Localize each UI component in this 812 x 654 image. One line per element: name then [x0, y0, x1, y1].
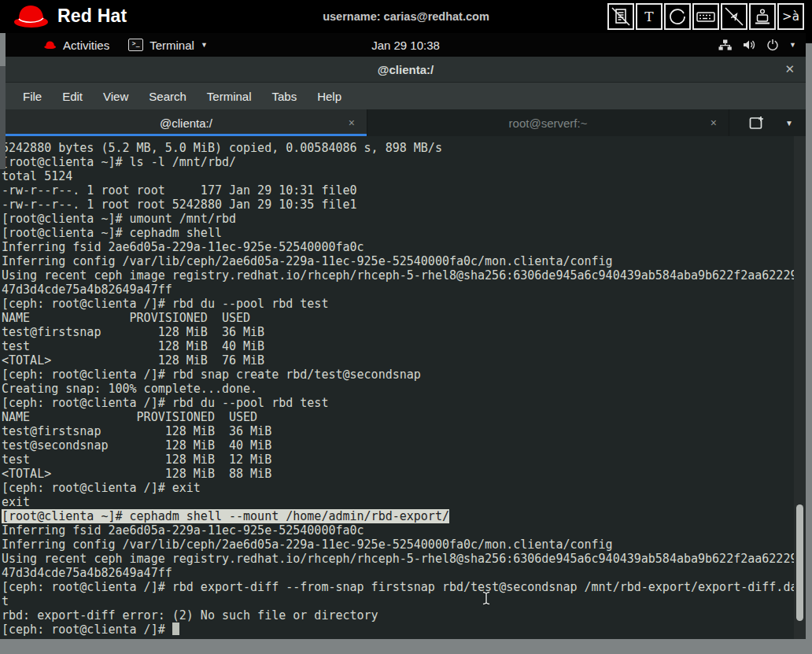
redhat-hat-icon: [43, 40, 57, 50]
terminal-output[interactable]: 5242880 bytes (5.2 MB, 5.0 MiB) copied, …: [0, 136, 806, 639]
terminal-line: [root@clienta ~]# cephadm shell: [2, 226, 806, 240]
terminal-line: [root@clienta ~]# ls -l /mnt/rbd/: [2, 155, 806, 169]
menu-file[interactable]: File: [13, 86, 52, 107]
gnome-top-bar: Activities >_ Terminal ▼ Jan 29 10:38: [6, 33, 806, 57]
window-title: @clienta:/: [378, 63, 434, 76]
redhat-logo-icon: [11, 2, 50, 29]
terminal-line: Using recent ceph image registry.redhat.…: [2, 552, 806, 566]
system-status-area[interactable]: ▼: [718, 33, 796, 57]
pointer-disabled-icon[interactable]: [721, 3, 747, 30]
terminal-line: NAME PROVISIONED USED: [2, 311, 806, 325]
system-menu-caret-icon: ▼: [789, 41, 796, 49]
tab-serverf[interactable]: root@serverf:~ ×: [367, 109, 729, 136]
power-icon: [766, 39, 779, 51]
menu-terminal[interactable]: Terminal: [197, 86, 262, 107]
terminal-line: <TOTAL> 128 MiB 76 MiB: [2, 353, 806, 368]
username-label: username: carias@redhat.com: [323, 10, 489, 23]
screen: Red Hat username: carias@redhat.com T: [0, 0, 812, 654]
terminal-line: -rw-r--r--. 1 root root 5242880 Jan 29 1…: [2, 198, 806, 212]
terminal-line: rbd: export-diff error: (2) No such file…: [2, 608, 806, 623]
console-controls: T: [607, 3, 804, 30]
terminal-cursor: [172, 623, 179, 635]
terminal-app-icon: >_: [128, 39, 143, 51]
desktop-edge-sliver: [0, 66, 6, 169]
window-close-button[interactable]: ✕: [781, 61, 798, 78]
terminal-line: 47d3d4cde75a4b82649a47ff: [2, 283, 806, 297]
terminal-line: exit: [2, 495, 806, 509]
volume-icon: [742, 39, 756, 51]
tab-tools: ▼: [729, 109, 806, 136]
menu-help[interactable]: Help: [307, 86, 352, 107]
new-tab-icon: [749, 116, 765, 130]
compose-key-icon[interactable]: >à: [777, 3, 804, 30]
keyboard-icon[interactable]: [692, 3, 719, 30]
brand-name: Red Hat: [57, 6, 127, 27]
terminal-line: test 128 MiB 40 MiB: [2, 339, 806, 353]
workstation-icon[interactable]: [749, 3, 776, 30]
tab-close-icon[interactable]: ×: [346, 116, 357, 129]
terminal-line: test@secondsnap 128 MiB 40 MiB: [2, 438, 806, 453]
viewer-header: Red Hat username: carias@redhat.com T: [0, 0, 812, 33]
terminal-line: Inferring fsid 2ae6d05a-229a-11ec-925e-5…: [2, 523, 806, 538]
terminal-line: [ceph: root@clienta /]# rbd snap create …: [2, 368, 806, 382]
compose-key-glyph: >à: [782, 9, 799, 24]
terminal-line: -rw-r--r--. 1 root root 177 Jan 29 10:31…: [2, 183, 806, 198]
activities-label: Activities: [63, 39, 109, 52]
right-edge-notch: [806, 33, 812, 43]
terminal-line: test 128 MiB 12 MiB: [2, 453, 806, 467]
text-input-icon[interactable]: T: [636, 3, 663, 30]
vm-desktop: Activities >_ Terminal ▼ Jan 29 10:38: [0, 33, 806, 639]
terminal-line: [ceph: root@clienta /]# rbd du --pool rb…: [2, 297, 806, 311]
terminal-line: 47d3d4cde75a4b82649a47ff: [2, 566, 806, 580]
selected-text: [root@clienta ~]# cephadm shell --mount …: [2, 509, 449, 523]
terminal-line: test@firstsnap 128 MiB 36 MiB: [2, 424, 806, 438]
terminal-line: [root@clienta ~]# umount /mnt/rbd: [2, 212, 806, 226]
terminal-line: [ceph: root@clienta /]# rbd export-diff …: [2, 580, 806, 594]
terminal-line: Using recent ceph image registry.redhat.…: [2, 268, 806, 283]
terminal-line: total 5124: [2, 169, 806, 183]
app-menu-button[interactable]: >_ Terminal ▼: [128, 39, 208, 52]
redhat-logo: Red Hat: [11, 2, 127, 29]
text-input-glyph: T: [644, 9, 653, 24]
refresh-icon[interactable]: [664, 3, 691, 30]
tab-clienta[interactable]: @clienta:/ ×: [6, 109, 367, 136]
menu-search[interactable]: Search: [138, 86, 197, 107]
terminal-window: @clienta:/ ✕ File Edit View Search Termi…: [0, 57, 806, 639]
terminal-line: t: [2, 594, 806, 608]
terminal-line-selected: [root@clienta ~]# cephadm shell --mount …: [2, 509, 806, 523]
terminal-line: Creating snap: 100% complete...done.: [2, 382, 806, 396]
terminal-line: Inferring config /var/lib/ceph/2ae6d05a-…: [2, 538, 806, 552]
terminal-line: test@firstsnap 128 MiB 36 MiB: [2, 325, 806, 339]
chevron-down-icon: ▼: [201, 41, 208, 49]
menu-tabs[interactable]: Tabs: [262, 86, 308, 107]
app-menu-label: Terminal: [149, 39, 194, 52]
clipboard-disabled-icon[interactable]: [607, 3, 634, 30]
window-titlebar[interactable]: @clienta:/ ✕: [6, 57, 806, 83]
tab-close-icon[interactable]: ×: [708, 116, 719, 129]
terminal-line: Inferring fsid 2ae6d05a-229a-11ec-925e-5…: [2, 240, 806, 254]
tab-title: root@serverf:~: [509, 116, 588, 130]
tab-bar: @clienta:/ × root@serverf:~ × ▼: [6, 109, 806, 136]
tab-list-caret-icon[interactable]: ▼: [785, 119, 793, 127]
terminal-line: [ceph: root@clienta /]# exit: [2, 481, 806, 495]
terminal-line: Inferring config /var/lib/ceph/2ae6d05a-…: [2, 254, 806, 268]
terminal-line: [ceph: root@clienta /]# rbd du --pool rb…: [2, 396, 806, 410]
activities-button[interactable]: Activities: [6, 39, 109, 52]
menu-view[interactable]: View: [93, 86, 138, 107]
terminal-line: NAME PROVISIONED USED: [2, 410, 806, 424]
clock[interactable]: Jan 29 10:38: [371, 39, 440, 52]
terminal-line: 5242880 bytes (5.2 MB, 5.0 MiB) copied, …: [2, 141, 806, 155]
menu-edit[interactable]: Edit: [52, 86, 93, 107]
tab-title: @clienta:/: [160, 116, 212, 130]
menu-bar: File Edit View Search Terminal Tabs Help: [6, 83, 806, 109]
terminal-line: <TOTAL> 128 MiB 88 MiB: [2, 467, 806, 481]
new-tab-button[interactable]: [749, 116, 765, 130]
prompt-text: [ceph: root@clienta /]#: [2, 623, 172, 637]
network-icon: [718, 39, 732, 51]
terminal-prompt-line: [ceph: root@clienta /]#: [2, 623, 806, 637]
scrollbar-thumb[interactable]: [796, 504, 803, 621]
